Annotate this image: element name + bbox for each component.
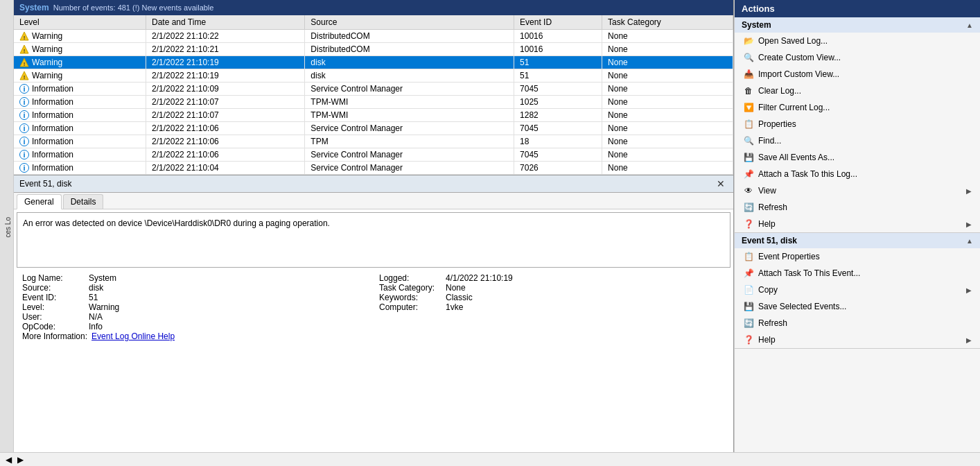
table-row[interactable]: iInformation2/1/2022 21:10:07TPM-WMI1282… bbox=[14, 109, 733, 122]
level-text: Warning bbox=[32, 31, 62, 41]
table-row[interactable]: iInformation2/1/2022 21:10:06Service Con… bbox=[14, 122, 733, 135]
cell-level: ! Warning bbox=[14, 69, 146, 83]
event-id-label: Event ID: bbox=[22, 293, 85, 302]
meta-keywords: Keywords: Classic bbox=[379, 293, 725, 302]
help-icon: ❓ bbox=[743, 218, 754, 230]
action-item[interactable]: 🔍Create Custom View... bbox=[735, 49, 980, 66]
action-item[interactable]: ❓Help▶ bbox=[735, 216, 980, 232]
action-item[interactable]: 📌Attach a Task To this Log... bbox=[735, 166, 980, 182]
tab-general[interactable]: General bbox=[17, 194, 62, 209]
actions-header: Actions bbox=[735, 0, 980, 17]
task-category-value: None bbox=[446, 283, 466, 293]
info-icon: i bbox=[19, 84, 29, 94]
detail-close-button[interactable]: ✕ bbox=[714, 178, 728, 189]
detail-tabs: General Details bbox=[14, 193, 733, 209]
meta-right: Logged: 4/1/2022 21:10:19 Task Category:… bbox=[379, 273, 725, 341]
cell-level: iInformation bbox=[14, 96, 146, 109]
cell-event-id: 51 bbox=[514, 56, 602, 69]
cell-datetime: 2/1/2022 21:10:06 bbox=[146, 135, 305, 148]
cell-datetime: 2/1/2022 21:10:19 bbox=[146, 69, 305, 83]
action-item[interactable]: 📋Properties bbox=[735, 116, 980, 132]
cell-source: TPM bbox=[305, 135, 514, 148]
action-item[interactable]: 🔽Filter Current Log... bbox=[735, 99, 980, 116]
action-label: Save Selected Events... bbox=[758, 302, 972, 311]
user-label: User: bbox=[22, 312, 85, 322]
action-item[interactable]: 🔄Refresh bbox=[735, 199, 980, 216]
action-item[interactable]: 📂Open Saved Log... bbox=[735, 33, 980, 49]
meta-opcode: OpCode: Info bbox=[22, 322, 368, 331]
action-label: Help bbox=[758, 219, 962, 229]
level-label: Level: bbox=[22, 302, 85, 312]
action-item[interactable]: 📋Event Properties bbox=[735, 248, 980, 265]
event-log-online-help-link[interactable]: Event Log Online Help bbox=[91, 331, 175, 341]
cell-task-category: None bbox=[602, 162, 733, 175]
meta-event-id: Event ID: 51 bbox=[22, 293, 368, 302]
cell-source: TPM-WMI bbox=[305, 96, 514, 109]
col-task-category: Task Category bbox=[602, 15, 733, 30]
cell-source: disk bbox=[305, 56, 514, 69]
opcode-label: OpCode: bbox=[22, 322, 85, 331]
tab-details[interactable]: Details bbox=[63, 194, 104, 209]
event-actions-list: 📋Event Properties📌Attach Task To This Ev… bbox=[735, 248, 980, 348]
event-section-title[interactable]: Event 51, disk ▲ bbox=[735, 233, 980, 248]
cell-task-category: None bbox=[602, 109, 733, 122]
table-row[interactable]: ! Warning2/1/2022 21:10:22DistributedCOM… bbox=[14, 30, 733, 43]
table-row[interactable]: ! Warning2/1/2022 21:10:19disk51None bbox=[14, 56, 733, 69]
cell-source: Service Control Manager bbox=[305, 162, 514, 175]
cell-datetime: 2/1/2022 21:10:06 bbox=[146, 148, 305, 162]
meta-level: Level: Warning bbox=[22, 302, 368, 312]
bottom-arrow-right[interactable]: ▶ bbox=[15, 455, 26, 465]
warning-icon: ! bbox=[19, 44, 29, 54]
table-row[interactable]: iInformation2/1/2022 21:10:06TPM18None bbox=[14, 135, 733, 148]
level-value: Warning bbox=[89, 302, 119, 312]
action-item[interactable]: 🗑Clear Log... bbox=[735, 83, 980, 99]
table-row[interactable]: ! Warning2/1/2022 21:10:21DistributedCOM… bbox=[14, 43, 733, 56]
cell-level: iInformation bbox=[14, 109, 146, 122]
action-item[interactable]: ❓Help▶ bbox=[735, 331, 980, 348]
svg-text:!: ! bbox=[24, 61, 26, 67]
meta-more-info: More Information: Event Log Online Help bbox=[22, 331, 368, 341]
table-row[interactable]: iInformation2/1/2022 21:10:07TPM-WMI1025… bbox=[14, 96, 733, 109]
level-text: Information bbox=[32, 84, 73, 94]
action-label: Help bbox=[758, 335, 962, 345]
action-item[interactable]: 🔄Refresh bbox=[735, 315, 980, 331]
action-item[interactable]: 🔍Find... bbox=[735, 132, 980, 149]
cell-datetime: 2/1/2022 21:10:07 bbox=[146, 109, 305, 122]
action-label: Clear Log... bbox=[758, 86, 972, 96]
events-table: Level Date and Time Source Event ID Task… bbox=[14, 15, 733, 175]
view-icon: 👁 bbox=[743, 185, 754, 196]
level-text: Information bbox=[32, 97, 73, 107]
table-row[interactable]: iInformation2/1/2022 21:10:06Service Con… bbox=[14, 148, 733, 162]
action-item[interactable]: 📄Copy▶ bbox=[735, 282, 980, 298]
log-name-label: Log Name: bbox=[22, 273, 85, 283]
log-name-value: System bbox=[89, 273, 116, 283]
table-row[interactable]: iInformation2/1/2022 21:10:04Service Con… bbox=[14, 162, 733, 175]
action-item[interactable]: 💾Save All Events As... bbox=[735, 149, 980, 166]
action-submenu-arrow: ▶ bbox=[966, 187, 972, 195]
action-item[interactable]: 👁View▶ bbox=[735, 182, 980, 199]
cell-source: Service Control Manager bbox=[305, 122, 514, 135]
action-label: Attach a Task To this Log... bbox=[758, 169, 972, 179]
action-item[interactable]: 📌Attach Task To This Event... bbox=[735, 265, 980, 282]
action-label: Refresh bbox=[758, 202, 972, 212]
more-info-label: More Information: bbox=[22, 331, 87, 341]
system-section-title[interactable]: System ▲ bbox=[735, 17, 980, 33]
action-item[interactable]: 💾Save Selected Events... bbox=[735, 298, 980, 315]
computer-label: Computer: bbox=[379, 302, 441, 312]
table-row[interactable]: ! Warning2/1/2022 21:10:19disk51None bbox=[14, 69, 733, 83]
event-section: Event 51, disk ▲ 📋Event Properties📌Attac… bbox=[735, 233, 980, 349]
cell-level: iInformation bbox=[14, 122, 146, 135]
cell-event-id: 18 bbox=[514, 135, 602, 148]
action-item[interactable]: 📥Import Custom View... bbox=[735, 66, 980, 83]
cell-task-category: None bbox=[602, 69, 733, 83]
cell-level: ! Warning bbox=[14, 43, 146, 56]
action-submenu-arrow: ▶ bbox=[966, 336, 972, 344]
user-value: N/A bbox=[89, 312, 103, 322]
cell-datetime: 2/1/2022 21:10:22 bbox=[146, 30, 305, 43]
sidebar-label: ces Lo bbox=[3, 214, 13, 240]
table-row[interactable]: iInformation2/1/2022 21:10:09Service Con… bbox=[14, 83, 733, 96]
bottom-arrow-left[interactable]: ◀ bbox=[3, 455, 15, 465]
cell-datetime: 2/1/2022 21:10:06 bbox=[146, 122, 305, 135]
level-text: Information bbox=[32, 137, 73, 146]
cell-level: iInformation bbox=[14, 83, 146, 96]
